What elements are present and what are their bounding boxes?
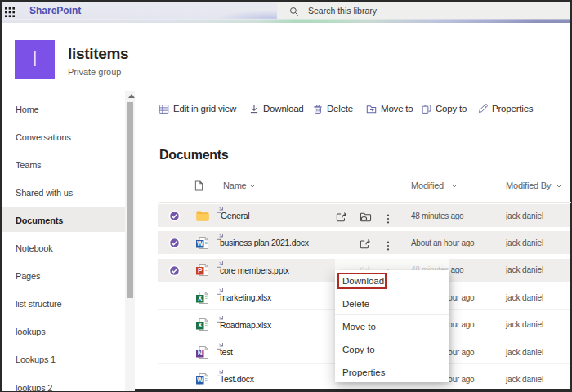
svg-text:W: W <box>197 240 203 247</box>
svg-text:X: X <box>198 322 203 329</box>
svg-text:P: P <box>198 267 203 274</box>
svg-text:W: W <box>197 376 203 384</box>
svg-text:X: X <box>198 295 203 302</box>
svg-text:N: N <box>198 350 203 357</box>
